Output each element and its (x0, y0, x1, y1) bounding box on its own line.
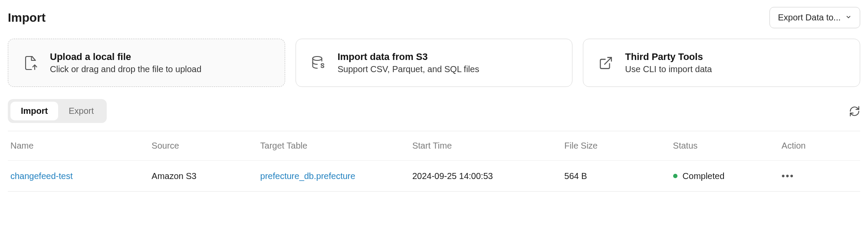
col-name: Name (10, 141, 151, 151)
s3-card-subtitle: Support CSV, Parquet, and SQL files (338, 64, 480, 74)
col-target: Target Table (260, 141, 412, 151)
import-export-tabs: Import Export (8, 99, 107, 123)
external-link-icon (597, 54, 615, 72)
s3-card-title: Import data from S3 (338, 51, 480, 63)
svg-line-1 (605, 57, 612, 64)
page-title: Import (8, 11, 46, 25)
import-status-label: Completed (683, 171, 725, 181)
svg-point-0 (312, 56, 322, 60)
col-start-time: Start Time (412, 141, 564, 151)
refresh-icon[interactable] (849, 106, 860, 117)
imports-table: Name Source Target Table Start Time File… (8, 131, 860, 192)
tab-export[interactable]: Export (58, 102, 104, 120)
import-file-size: 564 B (564, 171, 673, 181)
table-header-row: Name Source Target Table Start Time File… (8, 131, 860, 161)
import-name-link[interactable]: changefeed-test (10, 171, 151, 181)
chevron-down-icon (845, 13, 852, 23)
col-action: Action (782, 141, 858, 151)
upload-card-title: Upload a local file (50, 51, 201, 63)
upload-card-subtitle: Click or drag and drop the file to uploa… (50, 64, 201, 74)
export-data-button-label: Export Data to... (778, 13, 841, 23)
file-upload-icon (22, 54, 39, 72)
upload-local-file-card[interactable]: Upload a local file Click or drag and dr… (8, 39, 285, 87)
export-data-button[interactable]: Export Data to... (769, 7, 860, 28)
row-actions-button[interactable]: ••• (782, 170, 858, 182)
col-file-size: File Size (564, 141, 673, 151)
tools-card-title: Third Party Tools (625, 51, 712, 63)
tab-import[interactable]: Import (10, 102, 58, 120)
database-s-icon (310, 54, 327, 72)
status-dot-icon (673, 174, 677, 178)
table-row: changefeed-test Amazon S3 prefecture_db.… (8, 161, 860, 191)
col-source: Source (151, 141, 260, 151)
tools-card-subtitle: Use CLI to import data (625, 64, 712, 74)
import-source: Amazon S3 (151, 171, 260, 181)
third-party-tools-card[interactable]: Third Party Tools Use CLI to import data (583, 39, 860, 87)
import-status: Completed (673, 171, 782, 181)
import-start-time: 2024-09-25 14:00:53 (412, 171, 564, 181)
import-from-s3-card[interactable]: Import data from S3 Support CSV, Parquet… (296, 39, 573, 87)
import-target-link[interactable]: prefecture_db.prefecture (260, 171, 412, 181)
col-status: Status (673, 141, 782, 151)
